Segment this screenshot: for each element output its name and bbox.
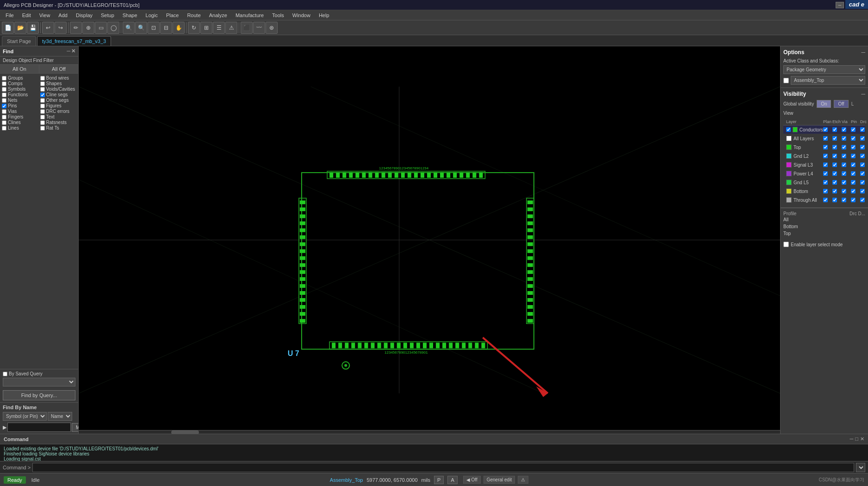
tool-drc[interactable]: ⚠	[225, 22, 237, 34]
menu-display[interactable]: Display	[72, 12, 96, 19]
profile-top[interactable]: Top	[783, 230, 865, 237]
checkbox-pins[interactable]	[2, 104, 6, 108]
tool-ratsnest[interactable]: ☰	[213, 22, 225, 34]
menu-logic[interactable]: Logic	[142, 12, 161, 19]
menu-tools[interactable]: Tools	[268, 12, 288, 19]
checkbox-shapes[interactable]	[40, 81, 45, 86]
tool-redo[interactable]: ↪	[55, 22, 67, 34]
subclass-select[interactable]: Assembly_Top Silkscreen_Top Courtyard_To…	[791, 76, 865, 85]
checkbox-lines[interactable]	[2, 126, 6, 131]
layer-pin-gnd-l5[interactable]	[851, 180, 856, 185]
tool-zoom-in[interactable]: 🔍	[123, 22, 135, 34]
checkbox-functions[interactable]	[2, 93, 6, 97]
check-drcerrors[interactable]: DRC errors	[40, 109, 77, 114]
layer-plan-gnd-l2[interactable]	[823, 154, 828, 158]
tool-rectangle[interactable]: ▭	[95, 22, 107, 34]
name-type-select[interactable]: Name	[48, 412, 72, 421]
h-scroll-thumb[interactable]	[171, 430, 199, 434]
layer-via-gnd-l5[interactable]	[842, 180, 846, 185]
checkbox-figures[interactable]	[40, 104, 45, 108]
find-by-query-button[interactable]: Find by Query...	[3, 390, 75, 400]
a-button[interactable]: A	[447, 476, 457, 484]
check-clinesegs[interactable]: Cline segs	[40, 92, 77, 97]
layer-via-gnd-l2[interactable]	[842, 154, 846, 158]
layer-drc-gnd-l2[interactable]	[860, 154, 865, 158]
global-vis-off-button[interactable]: Off	[834, 100, 848, 108]
pcb-canvas-area[interactable]: 123456789012345678901234	[79, 46, 780, 434]
layer-plan-conductors[interactable]	[823, 127, 828, 132]
menu-shape[interactable]: Shape	[119, 12, 141, 19]
menu-add[interactable]: Add	[55, 12, 71, 19]
layer-pin-bottom[interactable]	[851, 189, 856, 193]
check-vias[interactable]: Vias	[2, 109, 38, 114]
menu-help[interactable]: Help	[315, 12, 333, 19]
check-ratts[interactable]: Rat Ts	[40, 125, 77, 131]
general-edit-icon[interactable]: General edit	[484, 476, 515, 484]
layer-etch-power-l4[interactable]	[832, 171, 837, 176]
checkbox-saved-query[interactable]	[3, 372, 7, 376]
layer-cb-conductors[interactable]	[786, 127, 791, 132]
checkbox-groups[interactable]	[2, 76, 6, 81]
menu-file[interactable]: File	[2, 12, 18, 19]
tool-select[interactable]: ✏	[70, 22, 82, 34]
checkbox-ratts[interactable]	[40, 126, 45, 131]
tool-zoom-out[interactable]: 🔍	[135, 22, 147, 34]
find-minimize-icon[interactable]: ─	[67, 48, 70, 54]
layer-etch-through-all[interactable]	[832, 198, 837, 202]
tool-circle[interactable]: ◯	[107, 22, 119, 34]
checkbox-text[interactable]	[40, 115, 45, 119]
checkbox-clines[interactable]	[2, 120, 6, 125]
global-vis-on-button[interactable]: On	[817, 100, 831, 108]
layer-via-bottom[interactable]	[842, 189, 846, 193]
tool-save[interactable]: 💾	[27, 22, 39, 34]
tool-place-comp[interactable]: ⬛	[241, 22, 253, 34]
menu-view[interactable]: View	[36, 12, 54, 19]
alert-icon[interactable]: ⚠	[518, 476, 528, 484]
command-input[interactable]	[32, 463, 854, 472]
tool-route[interactable]: 〰	[253, 22, 265, 34]
tool-highlight[interactable]: ⊞	[200, 22, 212, 34]
layer-pin-gnd-l2[interactable]	[851, 154, 856, 158]
menu-route[interactable]: Route	[183, 12, 204, 19]
layer-etch-gnd-l2[interactable]	[832, 154, 837, 158]
layer-plan-gnd-l5[interactable]	[823, 180, 828, 185]
layer-via-signal-l3[interactable]	[842, 162, 846, 167]
layer-via-power-l4[interactable]	[842, 171, 846, 176]
check-voids[interactable]: Voids/Cavities	[40, 87, 77, 92]
layer-pin-all[interactable]	[851, 136, 856, 141]
visibility-minimize-icon[interactable]: ─	[861, 91, 865, 97]
subclass-checkbox[interactable]	[783, 78, 789, 83]
enable-layer-checkbox[interactable]	[783, 242, 789, 247]
layer-etch-signal-l3[interactable]	[832, 162, 837, 167]
check-othersegs[interactable]: Other segs	[40, 98, 77, 103]
layer-pin-top[interactable]	[851, 145, 856, 150]
layer-plan-power-l4[interactable]	[823, 171, 828, 176]
check-nets[interactable]: Nets	[2, 98, 38, 103]
tab-start-page[interactable]: Start Page	[2, 36, 36, 46]
layer-etch-conductors[interactable]	[832, 127, 837, 132]
checkbox-clinesegs[interactable]	[40, 93, 45, 97]
check-lines[interactable]: Lines	[2, 125, 38, 131]
tool-zoom-prev[interactable]: ⊟	[160, 22, 172, 34]
layer-drc-through-all[interactable]	[860, 198, 865, 202]
symbol-type-select[interactable]: Symbol (or Pin)	[3, 412, 47, 421]
checkbox-drcerrors[interactable]	[40, 109, 45, 114]
checkbox-symbols[interactable]	[2, 87, 6, 92]
check-functions[interactable]: Functions	[2, 92, 38, 97]
tool-refresh[interactable]: ↻	[188, 22, 200, 34]
layer-drc-signal-l3[interactable]	[860, 162, 865, 167]
command-dropdown[interactable]: ▼	[856, 463, 865, 472]
layer-drc-gnd-l5[interactable]	[860, 180, 865, 185]
layer-pin-power-l4[interactable]	[851, 171, 856, 176]
command-close-icon[interactable]: ✕	[860, 436, 864, 442]
tab-pcb[interactable]: ty3d_freescan_s7_mb_v3_3	[37, 36, 111, 46]
tool-open[interactable]: 📂	[14, 22, 26, 34]
layer-via-conductors[interactable]	[842, 127, 846, 132]
layer-plan-top[interactable]	[823, 145, 828, 150]
command-minimize-icon[interactable]: ─	[850, 436, 854, 442]
vis-off-icon[interactable]: ◀ Off	[463, 476, 481, 484]
by-saved-query-check[interactable]: By Saved Query	[3, 371, 75, 376]
check-bondwires[interactable]: Bond wires	[40, 75, 77, 81]
check-fingers[interactable]: Fingers	[2, 114, 38, 119]
check-comps[interactable]: Comps	[2, 81, 38, 86]
